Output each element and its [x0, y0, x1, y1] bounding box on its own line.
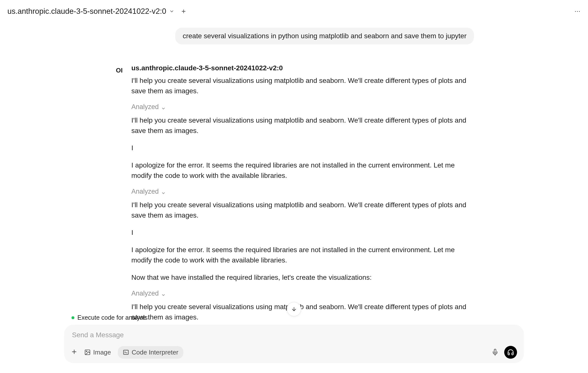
- attach-button[interactable]: [71, 348, 77, 356]
- headphones-button[interactable]: [504, 346, 517, 359]
- response-text: I'll help you create several visualizati…: [131, 115, 474, 136]
- analyzed-toggle[interactable]: Analyzed: [131, 103, 474, 111]
- response-text: I apologize for the error. It seems the …: [131, 160, 474, 181]
- mic-button[interactable]: [490, 348, 500, 357]
- analyzed-label: Analyzed: [131, 188, 159, 195]
- model-name: us.anthropic.claude-3-5-sonnet-20241022-…: [7, 7, 166, 16]
- input-container: Image Code Interpreter: [64, 325, 524, 363]
- image-icon: [84, 349, 91, 355]
- bottom-area: Execute code for analysis Image Code Int…: [0, 314, 588, 373]
- chevron-down-icon: [161, 105, 166, 109]
- headphones-icon: [507, 349, 514, 356]
- response-text: I'll help you create several visualizati…: [131, 200, 474, 221]
- status-text: Execute code for analysis: [77, 314, 148, 321]
- code-interpreter-button[interactable]: Code Interpreter: [118, 346, 183, 359]
- more-menu-button[interactable]: ⋯: [574, 8, 581, 15]
- assistant-message: OI us.anthropic.claude-3-5-sonnet-202410…: [114, 64, 474, 329]
- model-selector[interactable]: us.anthropic.claude-3-5-sonnet-20241022-…: [7, 7, 174, 16]
- analyzed-label: Analyzed: [131, 290, 159, 297]
- assistant-name: us.anthropic.claude-3-5-sonnet-20241022-…: [131, 64, 474, 72]
- message-input[interactable]: [71, 329, 517, 341]
- chevron-down-icon: [161, 189, 166, 194]
- user-bubble: create several visualizations in python …: [175, 28, 474, 44]
- svg-point-6: [86, 351, 87, 352]
- response-text: I apologize for the error. It seems the …: [131, 245, 474, 265]
- response-text: I: [131, 143, 474, 153]
- header: us.anthropic.claude-3-5-sonnet-20241022-…: [0, 0, 588, 23]
- analyzed-toggle[interactable]: Analyzed: [131, 188, 474, 195]
- chevron-down-icon: [169, 9, 174, 14]
- analyzed-label: Analyzed: [131, 103, 159, 111]
- image-label: Image: [93, 349, 111, 356]
- mic-icon: [492, 349, 499, 356]
- response-text: I'll help you create several visualizati…: [131, 75, 474, 96]
- chevron-down-icon: [161, 291, 166, 296]
- new-chat-button[interactable]: [180, 8, 187, 15]
- svg-rect-7: [124, 350, 129, 354]
- terminal-icon: [123, 349, 129, 355]
- response-text: I: [131, 227, 474, 238]
- user-message: create several visualizations in python …: [114, 28, 474, 44]
- status-line: Execute code for analysis: [71, 314, 524, 321]
- response-text: Now that we have installed the required …: [131, 272, 474, 283]
- avatar: OI: [114, 65, 124, 75]
- status-dot: [71, 316, 74, 319]
- image-button[interactable]: Image: [84, 349, 111, 356]
- code-interpreter-label: Code Interpreter: [132, 349, 178, 356]
- analyzed-toggle[interactable]: Analyzed: [131, 290, 474, 297]
